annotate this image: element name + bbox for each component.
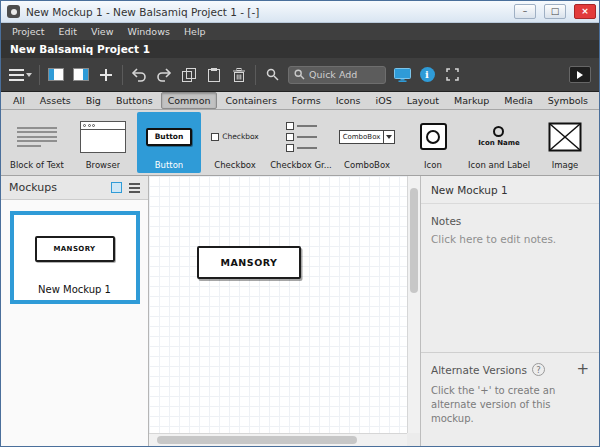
mockup-thumbnail-selected[interactable]: MANSORY New Mockup 1 [10, 211, 140, 304]
library-item-label: Image [552, 160, 579, 170]
mockup-name[interactable]: New Mockup 1 [19, 284, 131, 295]
scrollbar-thumb[interactable] [157, 436, 357, 444]
tab-common[interactable]: Common [161, 92, 218, 109]
trash-icon [233, 68, 245, 82]
search-icon [294, 69, 305, 80]
library-item-block-of-text[interactable]: Block of Text [5, 112, 69, 173]
library-item-button[interactable]: Button Button [137, 112, 201, 173]
menu-project[interactable]: Project [5, 26, 52, 37]
menu-view[interactable]: View [84, 26, 121, 37]
library-item-label: Browser [86, 160, 120, 170]
panel-menu-icon[interactable] [129, 183, 140, 193]
block-of-text-icon [6, 116, 68, 157]
toolbar-separator [122, 65, 123, 85]
icon-shape-icon [402, 116, 464, 157]
button-preview-label: Button [146, 128, 192, 146]
help-icon[interactable]: ? [532, 363, 545, 376]
menu-edit[interactable]: Edit [52, 26, 84, 37]
library-item-browser[interactable]: Browser [71, 112, 135, 173]
tab-assets[interactable]: Assets [33, 92, 78, 109]
screenshare-button[interactable] [393, 63, 411, 87]
close-button[interactable]: × [574, 4, 596, 19]
tab-text[interactable]: Text [596, 92, 600, 109]
inspector-spacer [421, 247, 599, 352]
library-item-label: Checkbox [214, 160, 256, 170]
alternate-versions-label: Alternate Versions [431, 364, 527, 376]
project-title[interactable]: New Balsamiq Project 1 [10, 43, 150, 55]
toolbar: i [1, 58, 599, 92]
panel-right-icon [73, 68, 89, 81]
mockups-panel-title: Mockups [9, 181, 104, 194]
tab-buttons[interactable]: Buttons [109, 92, 160, 109]
present-button[interactable] [569, 66, 591, 83]
checkbox-preview-label: Checkbox [222, 132, 259, 141]
mockup-thumbnail-button: MANSORY [35, 236, 115, 262]
monitor-icon [394, 68, 411, 82]
app-window: New Mockup 1 - New Balsamiq Project 1 - … [0, 0, 600, 447]
inspector-panel: New Mockup 1 Notes Click here to edit no… [420, 176, 599, 446]
tab-markup[interactable]: Markup [447, 92, 496, 109]
panel-left-icon [48, 68, 64, 81]
tab-forms[interactable]: Forms [285, 92, 328, 109]
tab-layout[interactable]: Layout [400, 92, 446, 109]
quick-add-box [288, 66, 386, 84]
toggle-left-panel-button[interactable] [47, 63, 65, 87]
library-item-label: Button [155, 160, 183, 170]
tab-symbols[interactable]: Symbols [541, 92, 595, 109]
canvas[interactable]: MANSORY [149, 176, 420, 446]
ui-library: Block of Text Browser Button Button Chec… [1, 110, 599, 176]
minimize-button[interactable]: – [514, 4, 536, 19]
mockups-panel: Mockups MANSORY New Mockup 1 [1, 176, 149, 446]
fullscreen-icon [446, 68, 459, 81]
app-icon [7, 5, 20, 18]
maximize-button[interactable]: □ [544, 4, 566, 19]
chevron-down-icon [26, 73, 32, 77]
tab-all[interactable]: All [6, 92, 32, 109]
tab-media[interactable]: Media [497, 92, 540, 109]
mockups-panel-header: Mockups [1, 176, 148, 200]
image-placeholder-icon [534, 116, 596, 157]
icon-and-label-preview-text: Icon Name [478, 139, 520, 147]
library-item-icon-and-label[interactable]: Icon Name Icon and Label [467, 112, 531, 173]
main-area: Mockups MANSORY New Mockup 1 MANSORY New… [1, 176, 599, 446]
redo-button[interactable] [155, 63, 173, 87]
tab-containers[interactable]: Containers [218, 92, 283, 109]
tab-icons[interactable]: Icons [329, 92, 368, 109]
canvas-horizontal-scrollbar[interactable] [149, 433, 407, 446]
menu-help[interactable]: Help [177, 26, 213, 37]
menu-windows[interactable]: Windows [120, 26, 176, 37]
library-item-checkbox-group[interactable]: Checkbox Gr... [269, 112, 333, 173]
project-tab-bar: New Balsamiq Project 1 [1, 40, 599, 58]
checkbox-preview: Checkbox [204, 116, 266, 157]
tab-big[interactable]: Big [79, 92, 108, 109]
inspector-title: New Mockup 1 [421, 176, 599, 204]
info-button[interactable]: i [418, 63, 436, 87]
canvas-button-element[interactable]: MANSORY [197, 246, 301, 279]
zoom-button[interactable] [263, 63, 281, 87]
toggle-right-panel-button[interactable] [72, 63, 90, 87]
main-menu-button[interactable] [9, 63, 32, 87]
hamburger-icon [9, 69, 24, 81]
library-item-checkbox[interactable]: Checkbox Checkbox [203, 112, 267, 173]
library-item-icon[interactable]: Icon [401, 112, 465, 173]
notes-edit-area[interactable]: Click here to edit notes. [421, 231, 599, 247]
copy-button[interactable] [180, 63, 198, 87]
titlebar: New Mockup 1 - New Balsamiq Project 1 - … [1, 1, 599, 23]
thumbnail-view-toggle[interactable] [111, 182, 122, 193]
add-mockup-button[interactable] [97, 63, 115, 87]
paste-button[interactable] [205, 63, 223, 87]
canvas-vertical-scrollbar[interactable] [407, 176, 420, 433]
undo-button[interactable] [130, 63, 148, 87]
undo-icon [131, 68, 147, 82]
scrollbar-thumb[interactable] [410, 188, 418, 293]
library-item-combobox[interactable]: ComboBox ComboBox [335, 112, 399, 173]
add-alternate-button[interactable]: + [576, 362, 589, 377]
combobox-preview: ComboBox [336, 116, 398, 157]
library-item-label: ComboBox [344, 160, 390, 170]
delete-button[interactable] [230, 63, 248, 87]
library-item-image[interactable]: Image [533, 112, 597, 173]
tab-ios[interactable]: iOS [369, 92, 399, 109]
quick-add-input[interactable] [309, 69, 381, 80]
fullscreen-button[interactable] [443, 63, 461, 87]
alternate-versions-hint: Click the '+' to create an alternate ver… [421, 379, 599, 446]
